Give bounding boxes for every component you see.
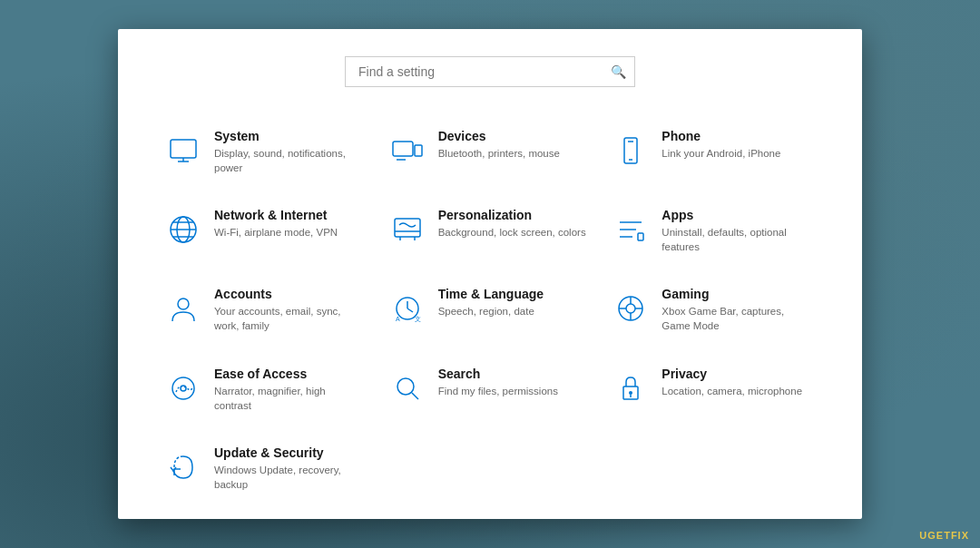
item-title-time: Time & Language [438, 287, 544, 301]
item-title-gaming: Gaming [662, 287, 813, 301]
item-desc-privacy: Location, camera, microphone [662, 384, 802, 398]
svg-point-22 [178, 298, 189, 309]
personalization-icon [387, 210, 427, 250]
setting-item-system[interactable]: System Display, sound, notifications, po… [154, 113, 378, 191]
time-icon: A 文 [387, 289, 427, 328]
watermark: UGETFIX [919, 530, 969, 541]
setting-item-privacy[interactable]: Privacy Location, camera, microphone [602, 350, 826, 429]
setting-item-ease[interactable]: Ease of Access Narrator, magnifier, high… [154, 350, 378, 429]
item-desc-system: Display, sound, notifications, power [214, 146, 366, 175]
svg-point-29 [626, 304, 635, 313]
setting-item-devices[interactable]: Devices Bluetooth, printers, mouse [378, 113, 603, 191]
search-input[interactable] [345, 56, 635, 87]
setting-item-update[interactable]: Update & Security Windows Update, recove… [154, 429, 378, 508]
svg-rect-3 [393, 142, 413, 156]
item-desc-accounts: Your accounts, email, sync, work, family [214, 304, 366, 333]
item-desc-gaming: Xbox Game Bar, captures, Game Mode [662, 304, 813, 333]
svg-rect-4 [415, 145, 422, 156]
setting-item-search[interactable]: Search Find my files, permissions [378, 350, 603, 429]
accounts-icon [163, 289, 203, 328]
setting-item-accounts[interactable]: Accounts Your accounts, email, sync, wor… [154, 270, 378, 349]
phone-icon [611, 131, 651, 171]
setting-item-gaming[interactable]: Gaming Xbox Game Bar, captures, Game Mod… [602, 270, 826, 349]
devices-icon [387, 131, 427, 171]
item-desc-devices: Bluetooth, printers, mouse [438, 146, 560, 161]
item-title-phone: Phone [662, 129, 780, 143]
item-title-update: Update & Security [214, 445, 366, 460]
system-icon [163, 131, 203, 171]
setting-item-network[interactable]: Network & Internet Wi-Fi, airplane mode,… [154, 191, 378, 270]
item-title-search: Search [438, 367, 558, 381]
setting-item-apps[interactable]: Apps Uninstall, defaults, optional featu… [602, 191, 826, 270]
search-icon: 🔍 [611, 64, 626, 79]
item-title-privacy: Privacy [662, 367, 802, 381]
item-desc-personalization: Background, lock screen, colors [438, 225, 586, 240]
svg-point-34 [172, 377, 194, 399]
apps-icon [611, 210, 651, 250]
setting-item-time[interactable]: A 文 Time & Language Speech, region, date [378, 270, 603, 349]
svg-rect-0 [171, 140, 196, 158]
item-title-accounts: Accounts [214, 287, 366, 301]
item-title-devices: Devices [438, 129, 560, 143]
svg-rect-21 [638, 233, 643, 240]
svg-text:文: 文 [415, 316, 421, 322]
setting-item-phone[interactable]: Phone Link your Android, iPhone [602, 113, 826, 191]
svg-point-35 [181, 386, 186, 391]
item-title-personalization: Personalization [438, 208, 586, 222]
svg-point-36 [397, 378, 414, 395]
update-icon [163, 447, 203, 487]
svg-line-25 [407, 308, 413, 312]
item-desc-time: Speech, region, date [438, 304, 544, 318]
settings-grid: System Display, sound, notifications, po… [154, 113, 826, 508]
gaming-icon [611, 289, 651, 328]
privacy-icon [611, 368, 651, 408]
item-title-system: System [214, 129, 366, 143]
item-desc-network: Wi-Fi, airplane mode, VPN [214, 225, 338, 240]
search-icon [387, 368, 427, 408]
item-title-apps: Apps [662, 208, 813, 222]
svg-text:A: A [396, 316, 400, 322]
item-desc-phone: Link your Android, iPhone [662, 146, 780, 161]
item-title-ease: Ease of Access [214, 367, 366, 381]
svg-line-37 [412, 393, 418, 399]
ease-icon [163, 368, 203, 408]
setting-item-personalization[interactable]: Personalization Background, lock screen,… [378, 191, 603, 270]
search-bar-wrap: 🔍 [345, 56, 635, 87]
svg-rect-14 [395, 219, 420, 237]
settings-window: 🔍 System Display, sound, notifications, … [118, 29, 862, 519]
svg-point-39 [629, 391, 632, 395]
item-title-network: Network & Internet [214, 208, 338, 222]
item-desc-search: Find my files, permissions [438, 384, 558, 398]
item-desc-update: Windows Update, recovery, backup [214, 463, 366, 492]
item-desc-ease: Narrator, magnifier, high contrast [214, 384, 366, 413]
item-desc-apps: Uninstall, defaults, optional features [662, 225, 813, 254]
network-icon [163, 210, 203, 250]
